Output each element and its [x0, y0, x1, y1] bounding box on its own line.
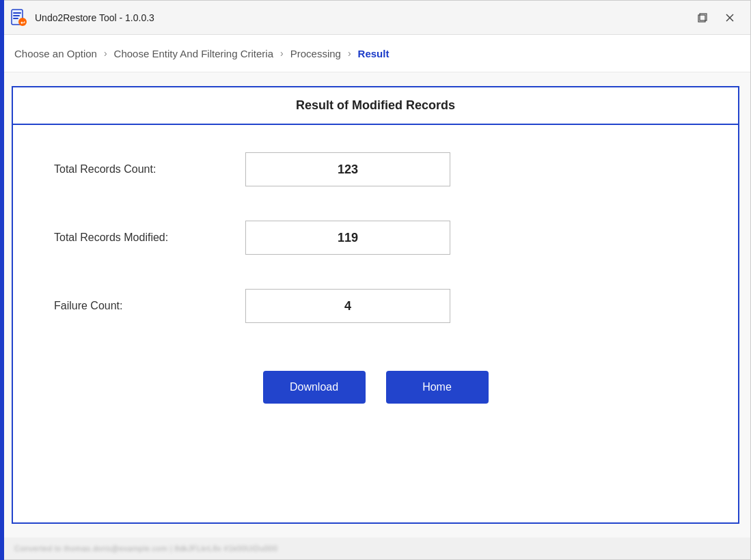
card-body: Total Records Count: 123 Total Records M… — [13, 125, 738, 522]
main-content: Result of Modified Records Total Records… — [1, 72, 750, 537]
svg-rect-2 — [13, 15, 20, 16]
svg-text:↩: ↩ — [21, 20, 25, 26]
buttons-row: Download Home — [54, 371, 697, 417]
total-records-modified-value: 119 — [245, 221, 450, 255]
breadcrumb-sep-2: › — [280, 48, 284, 59]
failure-count-label: Failure Count: — [54, 300, 245, 312]
card-title: Result of Modified Records — [296, 98, 455, 112]
title-bar: ↩ Undo2Restore Tool - 1.0.0.3 — [1, 1, 750, 35]
app-title: Undo2Restore Tool - 1.0.0.3 — [35, 12, 154, 23]
breadcrumb-sep-1: › — [104, 48, 107, 59]
breadcrumb-step-4: Result — [358, 48, 390, 59]
breadcrumb-sep-3: › — [348, 48, 351, 59]
svg-rect-1 — [13, 12, 21, 14]
total-records-count-value: 123 — [245, 152, 450, 186]
total-records-count-row: Total Records Count: 123 — [54, 152, 697, 186]
app-icon: ↩ — [9, 8, 28, 27]
breadcrumb-step-3: Processing — [290, 48, 341, 59]
close-button[interactable] — [718, 7, 742, 29]
watermark-text: Converted to thomas.doris@example.com | … — [14, 544, 277, 552]
side-accent — [0, 0, 4, 560]
failure-count-value: 4 — [245, 289, 450, 323]
download-button[interactable]: Download — [263, 371, 366, 404]
title-bar-left: ↩ Undo2Restore Tool - 1.0.0.3 — [9, 8, 154, 27]
total-records-count-label: Total Records Count: — [54, 163, 245, 176]
svg-rect-3 — [13, 18, 18, 19]
restore-button[interactable] — [690, 7, 715, 29]
title-bar-controls — [690, 7, 742, 29]
breadcrumb-step-2: Choose Entity And Filtering Criteria — [114, 48, 273, 59]
failure-count-row: Failure Count: 4 — [54, 289, 697, 323]
footer-watermark: Converted to thomas.doris@example.com | … — [1, 537, 750, 559]
home-button[interactable]: Home — [386, 371, 489, 404]
result-card: Result of Modified Records Total Records… — [12, 86, 739, 524]
app-window: ↩ Undo2Restore Tool - 1.0.0.3 Choose an … — [0, 0, 751, 560]
breadcrumb-step-1: Choose an Option — [14, 48, 97, 59]
total-records-modified-label: Total Records Modified: — [54, 232, 245, 244]
breadcrumb: Choose an Option › Choose Entity And Fil… — [1, 35, 750, 72]
total-records-modified-row: Total Records Modified: 119 — [54, 221, 697, 255]
card-header: Result of Modified Records — [13, 87, 738, 125]
